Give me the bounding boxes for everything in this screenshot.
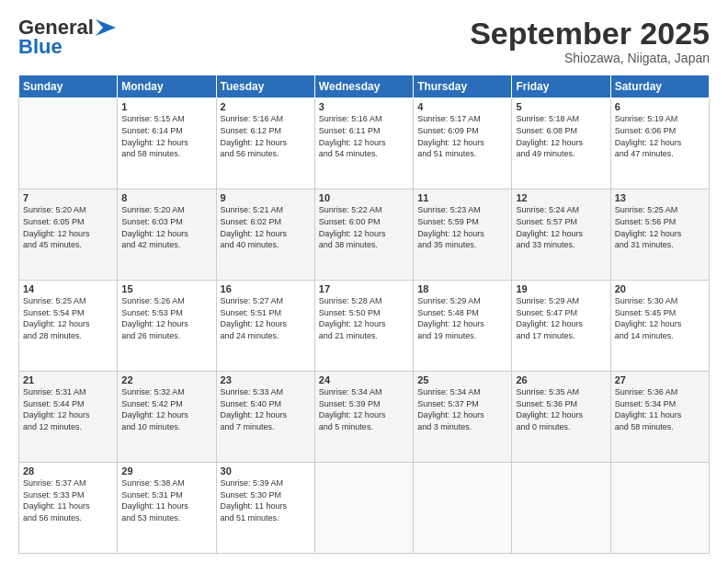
day-info: Sunrise: 5:15 AM Sunset: 6:14 PM Dayligh…: [121, 113, 211, 159]
day-info: Sunrise: 5:29 AM Sunset: 5:48 PM Dayligh…: [417, 295, 507, 341]
table-row: 11Sunrise: 5:23 AM Sunset: 5:59 PM Dayli…: [414, 190, 512, 281]
day-number: 1: [121, 101, 211, 112]
page: General Blue September 2025 Shiozawa, Ni…: [0, 0, 728, 563]
table-row: 5Sunrise: 5:18 AM Sunset: 6:08 PM Daylig…: [512, 98, 610, 190]
table-row: 24Sunrise: 5:34 AM Sunset: 5:39 PM Dayli…: [314, 372, 413, 463]
table-row: [314, 463, 413, 554]
header-monday: Monday: [118, 75, 216, 98]
day-number: 22: [121, 374, 211, 385]
day-number: 27: [615, 374, 705, 385]
day-number: 4: [417, 101, 507, 112]
day-number: 23: [221, 374, 311, 385]
header: General Blue September 2025 Shiozawa, Ni…: [18, 17, 710, 65]
day-info: Sunrise: 5:24 AM Sunset: 5:57 PM Dayligh…: [516, 204, 606, 250]
day-info: Sunrise: 5:23 AM Sunset: 5:59 PM Dayligh…: [417, 204, 507, 250]
day-info: Sunrise: 5:39 AM Sunset: 5:30 PM Dayligh…: [221, 477, 311, 523]
logo-blue: Blue: [18, 35, 63, 59]
day-number: 20: [615, 283, 705, 294]
day-number: 29: [121, 465, 211, 477]
day-number: 28: [23, 465, 113, 477]
calendar-week-row: 14Sunrise: 5:25 AM Sunset: 5:54 PM Dayli…: [19, 281, 710, 372]
logo-arrow-icon: [96, 19, 116, 36]
day-number: 2: [221, 101, 311, 112]
day-info: Sunrise: 5:25 AM Sunset: 5:54 PM Dayligh…: [23, 295, 113, 341]
table-row: 1Sunrise: 5:15 AM Sunset: 6:14 PM Daylig…: [118, 98, 216, 190]
table-row: 18Sunrise: 5:29 AM Sunset: 5:48 PM Dayli…: [414, 281, 512, 372]
day-info: Sunrise: 5:18 AM Sunset: 6:08 PM Dayligh…: [516, 113, 606, 159]
table-row: [610, 463, 709, 554]
day-number: 15: [121, 283, 211, 294]
calendar-week-row: 21Sunrise: 5:31 AM Sunset: 5:44 PM Dayli…: [19, 372, 710, 463]
table-row: 7Sunrise: 5:20 AM Sunset: 6:05 PM Daylig…: [19, 190, 118, 281]
day-info: Sunrise: 5:20 AM Sunset: 6:05 PM Dayligh…: [23, 204, 113, 250]
day-number: 3: [319, 101, 409, 112]
table-row: [19, 98, 118, 190]
table-row: 4Sunrise: 5:17 AM Sunset: 6:09 PM Daylig…: [414, 98, 512, 190]
table-row: [414, 463, 512, 554]
table-row: 28Sunrise: 5:37 AM Sunset: 5:33 PM Dayli…: [19, 463, 118, 554]
days-header-row: Sunday Monday Tuesday Wednesday Thursday…: [19, 75, 710, 98]
day-info: Sunrise: 5:19 AM Sunset: 6:06 PM Dayligh…: [615, 113, 705, 159]
table-row: 21Sunrise: 5:31 AM Sunset: 5:44 PM Dayli…: [19, 372, 118, 463]
day-number: 9: [221, 192, 311, 203]
day-info: Sunrise: 5:27 AM Sunset: 5:51 PM Dayligh…: [221, 295, 311, 341]
table-row: 30Sunrise: 5:39 AM Sunset: 5:30 PM Dayli…: [216, 463, 314, 554]
day-info: Sunrise: 5:30 AM Sunset: 5:45 PM Dayligh…: [615, 295, 705, 341]
day-info: Sunrise: 5:16 AM Sunset: 6:11 PM Dayligh…: [319, 113, 409, 159]
day-number: 7: [23, 192, 113, 203]
header-friday: Friday: [512, 75, 610, 98]
day-number: 30: [221, 465, 311, 477]
day-number: 18: [417, 283, 507, 294]
table-row: 17Sunrise: 5:28 AM Sunset: 5:50 PM Dayli…: [314, 281, 413, 372]
logo: General Blue: [18, 17, 116, 59]
table-row: [512, 463, 610, 554]
table-row: 19Sunrise: 5:29 AM Sunset: 5:47 PM Dayli…: [512, 281, 610, 372]
day-number: 19: [516, 283, 606, 294]
day-number: 14: [23, 283, 113, 294]
day-number: 12: [516, 192, 606, 203]
day-info: Sunrise: 5:36 AM Sunset: 5:34 PM Dayligh…: [615, 386, 705, 432]
table-row: 23Sunrise: 5:33 AM Sunset: 5:40 PM Dayli…: [216, 372, 314, 463]
day-number: 24: [319, 374, 409, 385]
day-number: 13: [615, 192, 705, 203]
day-info: Sunrise: 5:20 AM Sunset: 6:03 PM Dayligh…: [121, 204, 211, 250]
header-sunday: Sunday: [19, 75, 118, 98]
location: Shiozawa, Niigata, Japan: [470, 51, 710, 65]
day-info: Sunrise: 5:22 AM Sunset: 6:00 PM Dayligh…: [319, 204, 409, 250]
calendar-week-row: 7Sunrise: 5:20 AM Sunset: 6:05 PM Daylig…: [19, 190, 710, 281]
table-row: 12Sunrise: 5:24 AM Sunset: 5:57 PM Dayli…: [512, 190, 610, 281]
table-row: 22Sunrise: 5:32 AM Sunset: 5:42 PM Dayli…: [118, 372, 216, 463]
table-row: 27Sunrise: 5:36 AM Sunset: 5:34 PM Dayli…: [610, 372, 709, 463]
table-row: 14Sunrise: 5:25 AM Sunset: 5:54 PM Dayli…: [19, 281, 118, 372]
day-number: 5: [516, 101, 606, 112]
table-row: 3Sunrise: 5:16 AM Sunset: 6:11 PM Daylig…: [314, 98, 413, 190]
day-info: Sunrise: 5:37 AM Sunset: 5:33 PM Dayligh…: [23, 477, 113, 523]
day-info: Sunrise: 5:33 AM Sunset: 5:40 PM Dayligh…: [221, 386, 311, 432]
day-number: 17: [319, 283, 409, 294]
table-row: 25Sunrise: 5:34 AM Sunset: 5:37 PM Dayli…: [414, 372, 512, 463]
table-row: 8Sunrise: 5:20 AM Sunset: 6:03 PM Daylig…: [118, 190, 216, 281]
table-row: 6Sunrise: 5:19 AM Sunset: 6:06 PM Daylig…: [610, 98, 709, 190]
table-row: 10Sunrise: 5:22 AM Sunset: 6:00 PM Dayli…: [314, 190, 413, 281]
table-row: 20Sunrise: 5:30 AM Sunset: 5:45 PM Dayli…: [610, 281, 709, 372]
header-wednesday: Wednesday: [314, 75, 413, 98]
day-info: Sunrise: 5:34 AM Sunset: 5:37 PM Dayligh…: [417, 386, 507, 432]
day-info: Sunrise: 5:16 AM Sunset: 6:12 PM Dayligh…: [221, 113, 311, 159]
header-tuesday: Tuesday: [216, 75, 314, 98]
calendar-table: Sunday Monday Tuesday Wednesday Thursday…: [18, 75, 710, 554]
month-title: September 2025: [470, 17, 710, 51]
table-row: 29Sunrise: 5:38 AM Sunset: 5:31 PM Dayli…: [118, 463, 216, 554]
header-thursday: Thursday: [414, 75, 512, 98]
day-number: 25: [417, 374, 507, 385]
day-info: Sunrise: 5:34 AM Sunset: 5:39 PM Dayligh…: [319, 386, 409, 432]
table-row: 26Sunrise: 5:35 AM Sunset: 5:36 PM Dayli…: [512, 372, 610, 463]
day-number: 8: [121, 192, 211, 203]
table-row: 2Sunrise: 5:16 AM Sunset: 6:12 PM Daylig…: [216, 98, 314, 190]
calendar-week-row: 28Sunrise: 5:37 AM Sunset: 5:33 PM Dayli…: [19, 463, 710, 554]
svg-marker-0: [96, 19, 116, 36]
day-info: Sunrise: 5:31 AM Sunset: 5:44 PM Dayligh…: [23, 386, 113, 432]
table-row: 9Sunrise: 5:21 AM Sunset: 6:02 PM Daylig…: [216, 190, 314, 281]
title-area: September 2025 Shiozawa, Niigata, Japan: [470, 17, 710, 65]
day-info: Sunrise: 5:17 AM Sunset: 6:09 PM Dayligh…: [417, 113, 507, 159]
table-row: 15Sunrise: 5:26 AM Sunset: 5:53 PM Dayli…: [118, 281, 216, 372]
